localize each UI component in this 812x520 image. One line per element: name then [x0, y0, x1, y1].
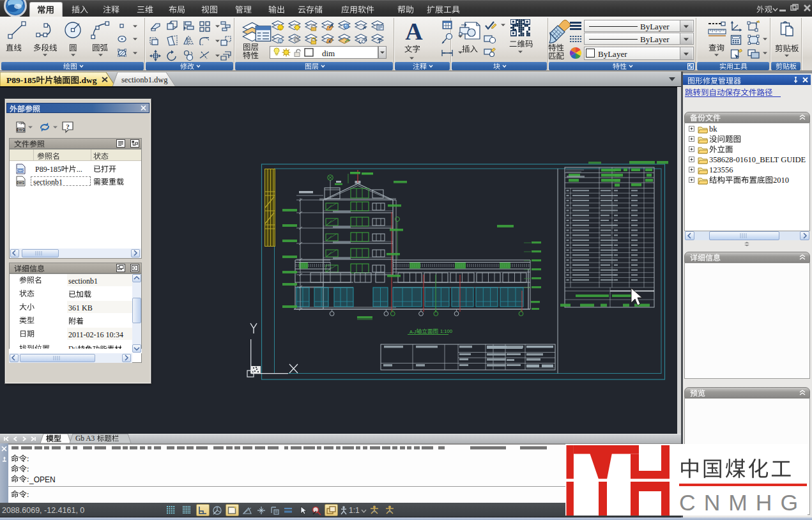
svg-text:DWG: DWG [17, 128, 25, 132]
svg-text:123556: 123556 [709, 165, 733, 174]
svg-text:bk: bk [709, 125, 717, 134]
svg-text:sectionb1: sectionb1 [33, 177, 63, 186]
svg-text:.dwg: .dwg [79, 75, 97, 85]
svg-text:sectionb1.dwg: sectionb1.dwg [121, 75, 168, 84]
svg-text:DWG: DWG [17, 169, 24, 172]
svg-text:1:100: 1:100 [440, 328, 452, 334]
svg-text:?: ? [66, 123, 70, 130]
svg-text:CNMHG: CNMHG [679, 490, 806, 516]
svg-text:sectionb1: sectionb1 [68, 276, 98, 285]
svg-text:2011-02-16 10:34: 2011-02-16 10:34 [68, 330, 123, 339]
svg-text::: : [27, 464, 29, 473]
svg-text:2088.6069, -12.4161, 0: 2088.6069, -12.4161, 0 [2, 506, 84, 515]
svg-text:A: A [405, 20, 423, 43]
svg-text:ByLayer: ByLayer [640, 21, 670, 31]
svg-text:ByLayer: ByLayer [640, 34, 670, 43]
svg-text:dim: dim [322, 48, 335, 57]
svg-text:1:1: 1:1 [349, 506, 360, 515]
svg-text:ByLayer: ByLayer [598, 49, 627, 58]
svg-text:_OPEN: _OPEN [29, 475, 56, 484]
svg-text:Gb A3: Gb A3 [75, 434, 95, 442]
svg-text:P89-185: P89-185 [6, 75, 36, 85]
svg-text:...: ... [77, 165, 82, 174]
svg-text:A-J: A-J [410, 329, 417, 334]
svg-text::: : [27, 490, 29, 499]
svg-text:2010: 2010 [773, 176, 789, 185]
svg-text::: : [27, 475, 29, 484]
svg-text::: : [27, 454, 29, 463]
svg-text:358628-01610_BELT GUIDE: 358628-01610_BELT GUIDE [709, 155, 806, 164]
svg-text:P89-185: P89-185 [35, 165, 61, 174]
svg-text:361 KB: 361 KB [68, 303, 93, 312]
svg-text:DWG: DWG [17, 181, 24, 185]
